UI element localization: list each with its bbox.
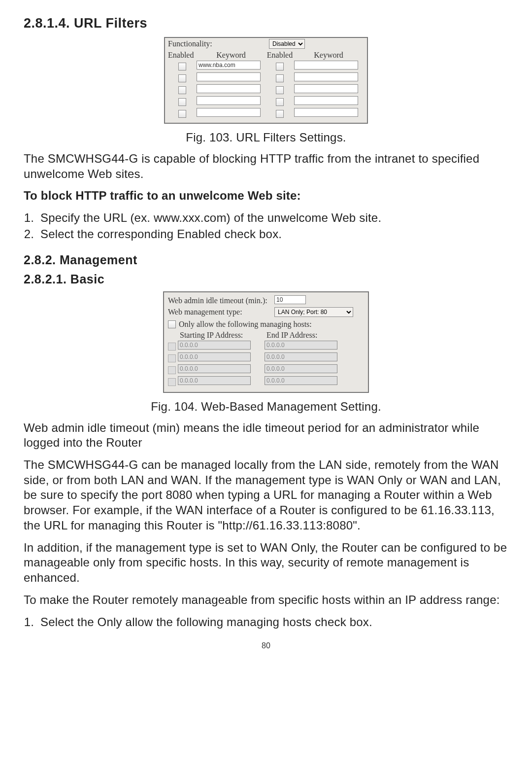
col-header-keyword-right: Keyword	[294, 51, 363, 60]
para-mgmt-3: In addition, if the management type is s…	[24, 540, 508, 586]
only-allow-checkbox[interactable]	[168, 320, 176, 328]
heading-management: 2.8.2. Management	[24, 253, 508, 267]
mgmt-row-checkbox[interactable]	[168, 378, 176, 386]
urlf-enabled-checkbox-left[interactable]	[178, 86, 186, 94]
functionality-select[interactable]: Disabled	[269, 39, 305, 49]
mgmt-ip-row: 0.0.0.00.0.0.0	[168, 341, 364, 352]
urlf-keyword-input-left[interactable]	[197, 96, 261, 105]
mgmt-row-checkbox[interactable]	[168, 343, 176, 351]
heading-url-filters: 2.8.1.4. URL Filters	[24, 16, 508, 31]
functionality-label: Functionality:	[168, 39, 269, 48]
urlf-enabled-checkbox-right[interactable]	[276, 63, 284, 70]
col-header-enabled-right: Enabled	[266, 51, 294, 60]
end-ip-input[interactable]: 0.0.0.0	[265, 376, 337, 385]
caption-fig-104: Fig. 104. Web-Based Management Setting.	[24, 400, 508, 414]
urlf-keyword-input-right[interactable]	[294, 96, 358, 105]
starting-ip-input[interactable]: 0.0.0.0	[178, 352, 251, 361]
para-mgmt-1: Web admin idle timeout (min) means the i…	[24, 421, 508, 451]
figure-url-filters: Functionality: Disabled Enabled Keyword …	[164, 37, 368, 124]
steps-urlf: Specify the URL (ex. www.xxx.com) of the…	[24, 211, 508, 242]
urlf-enabled-checkbox-left[interactable]	[178, 98, 186, 106]
urlf-keyword-input-right[interactable]	[294, 61, 358, 70]
starting-ip-header: Starting IP Address:	[180, 331, 266, 340]
page-number: 80	[24, 641, 508, 650]
starting-ip-input[interactable]: 0.0.0.0	[178, 376, 251, 385]
col-header-keyword-left: Keyword	[197, 51, 266, 60]
mgmt-ip-row: 0.0.0.00.0.0.0	[168, 364, 364, 375]
urlf-enabled-checkbox-right[interactable]	[276, 86, 284, 94]
urlf-keyword-input-left[interactable]	[197, 84, 261, 93]
urlf-enabled-checkbox-right[interactable]	[276, 74, 284, 82]
mgmt-ip-row: 0.0.0.00.0.0.0	[168, 376, 364, 387]
caption-fig-103: Fig. 103. URL Filters Settings.	[24, 131, 508, 144]
figure-management: Web admin idle timeout (min.): 10 Web ma…	[163, 291, 369, 393]
idle-timeout-input[interactable]: 10	[274, 295, 306, 304]
mgmt-row-checkbox[interactable]	[168, 366, 176, 374]
urlf-row	[168, 84, 364, 95]
urlf-enabled-checkbox-left[interactable]	[178, 63, 186, 70]
para-urlf-bold: To block HTTP traffic to an unwelcome We…	[24, 188, 508, 204]
end-ip-input[interactable]: 0.0.0.0	[265, 352, 337, 361]
urlf-keyword-input-left[interactable]: www.nba.com	[197, 61, 261, 70]
management-type-select[interactable]: LAN Only; Port: 80	[274, 307, 353, 317]
urlf-enabled-checkbox-left[interactable]	[178, 110, 186, 118]
urlf-keyword-input-right[interactable]	[294, 108, 358, 117]
para-mgmt-2: The SMCWHSG44-G can be managed locally f…	[24, 457, 508, 533]
management-type-label: Web management type:	[168, 308, 274, 317]
step-item: Specify the URL (ex. www.xxx.com) of the…	[37, 211, 508, 226]
end-ip-input[interactable]: 0.0.0.0	[265, 341, 337, 350]
urlf-row	[168, 72, 364, 83]
urlf-enabled-checkbox-right[interactable]	[276, 110, 284, 118]
end-ip-header: End IP Address:	[266, 331, 353, 340]
mgmt-row-checkbox[interactable]	[168, 354, 176, 362]
para-mgmt-4: To make the Router remotely manageable f…	[24, 593, 508, 608]
step-item: Select the Only allow the following mana…	[37, 615, 508, 630]
starting-ip-input[interactable]: 0.0.0.0	[178, 341, 251, 350]
urlf-enabled-checkbox-left[interactable]	[178, 74, 186, 82]
urlf-keyword-input-right[interactable]	[294, 84, 358, 93]
urlf-row	[168, 96, 364, 107]
heading-basic: 2.8.2.1. Basic	[24, 272, 508, 286]
urlf-keyword-input-right[interactable]	[294, 72, 358, 81]
end-ip-input[interactable]: 0.0.0.0	[265, 364, 337, 373]
starting-ip-input[interactable]: 0.0.0.0	[178, 364, 251, 373]
col-header-enabled-left: Enabled	[168, 51, 197, 60]
urlf-keyword-input-left[interactable]	[197, 72, 261, 81]
urlf-enabled-checkbox-right[interactable]	[276, 98, 284, 106]
urlf-row	[168, 108, 364, 119]
urlf-keyword-input-left[interactable]	[197, 108, 261, 117]
step-item: Select the corresponding Enabled check b…	[37, 227, 508, 242]
urlf-row: www.nba.com	[168, 61, 364, 71]
only-allow-label: Only allow the following managing hosts:	[179, 320, 312, 329]
idle-timeout-label: Web admin idle timeout (min.):	[168, 296, 274, 305]
mgmt-ip-row: 0.0.0.00.0.0.0	[168, 352, 364, 363]
steps-mgmt: Select the Only allow the following mana…	[24, 615, 508, 630]
para-urlf-desc: The SMCWHSG44-G is capable of blocking H…	[24, 151, 508, 181]
